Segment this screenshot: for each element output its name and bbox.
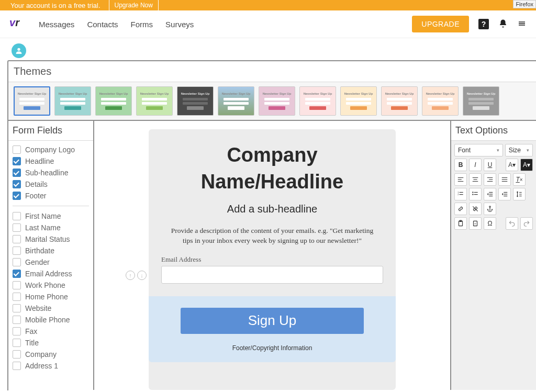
checkbox[interactable] bbox=[13, 327, 21, 335]
help-icon[interactable]: ? bbox=[478, 19, 489, 29]
preview-email-input[interactable] bbox=[161, 266, 383, 284]
field-item[interactable]: Birthdate bbox=[13, 245, 89, 256]
field-item[interactable]: Title bbox=[13, 337, 89, 349]
field-item[interactable]: Footer bbox=[13, 190, 89, 201]
bg-color-button[interactable]: A▾ bbox=[520, 159, 533, 171]
checkbox[interactable] bbox=[13, 247, 21, 255]
clear-format-button[interactable]: T× bbox=[513, 173, 526, 186]
special-char-button[interactable]: Ω bbox=[484, 217, 496, 230]
checkbox[interactable] bbox=[13, 258, 21, 266]
text-color-button[interactable]: A▾ bbox=[506, 159, 518, 171]
unlink-button[interactable] bbox=[469, 203, 482, 215]
theme-thumb-10[interactable]: Newsletter Sign Up bbox=[381, 86, 418, 116]
form-fields-panel: Form Fields Company LogoHeadlineSub-head… bbox=[8, 121, 94, 390]
paste-text-button[interactable]: T bbox=[469, 217, 482, 230]
italic-button[interactable]: I bbox=[469, 159, 482, 171]
theme-thumb-12[interactable]: Newsletter Sign Up bbox=[463, 86, 499, 116]
preview-signup-button[interactable]: Sign Up bbox=[181, 308, 364, 334]
checkbox[interactable] bbox=[13, 304, 21, 312]
theme-thumb-8[interactable]: Newsletter Sign Up bbox=[299, 86, 336, 116]
field-item[interactable]: Last Name bbox=[13, 222, 89, 233]
paste-button[interactable] bbox=[454, 217, 467, 230]
checkbox[interactable] bbox=[13, 180, 21, 188]
checkbox[interactable] bbox=[13, 192, 21, 200]
align-left-button[interactable] bbox=[454, 173, 467, 186]
checkbox[interactable] bbox=[13, 145, 21, 154]
link-button[interactable] bbox=[454, 203, 467, 215]
field-item[interactable]: Website bbox=[13, 303, 89, 314]
field-item[interactable]: Sub-headline bbox=[13, 167, 89, 178]
checkbox[interactable] bbox=[13, 157, 21, 165]
nav-messages[interactable]: Messages bbox=[39, 20, 74, 29]
undo-button[interactable] bbox=[506, 217, 518, 230]
upgrade-button[interactable]: UPGRADE bbox=[412, 16, 469, 32]
field-item[interactable]: Details bbox=[13, 178, 89, 190]
theme-thumb-7[interactable]: Newsletter Sign Up bbox=[259, 86, 295, 116]
font-select[interactable]: Font bbox=[454, 144, 503, 156]
field-item[interactable]: Home Phone bbox=[13, 291, 89, 303]
preview-footer-text[interactable]: Footer/Copyright Information bbox=[161, 344, 383, 352]
field-item[interactable]: Mobile Phone bbox=[13, 314, 89, 326]
logo[interactable]: vr bbox=[9, 17, 24, 31]
size-select[interactable]: Size bbox=[505, 144, 533, 156]
field-item[interactable]: Marital Status bbox=[13, 233, 89, 245]
checkbox[interactable] bbox=[13, 316, 21, 324]
move-up-handle[interactable]: ↑ bbox=[126, 271, 135, 280]
theme-thumb-3[interactable]: Newsletter Sign Up bbox=[95, 86, 132, 116]
align-right-button[interactable] bbox=[484, 173, 496, 186]
move-down-handle[interactable]: ↓ bbox=[137, 271, 147, 280]
checkbox[interactable] bbox=[13, 339, 21, 347]
preview-details[interactable]: Provide a description of the content of … bbox=[165, 226, 379, 246]
theme-thumb-2[interactable]: Newsletter Sign Up bbox=[54, 86, 91, 116]
checkbox[interactable] bbox=[13, 169, 21, 177]
outdent-button[interactable] bbox=[484, 188, 496, 200]
field-item[interactable]: Company Logo bbox=[13, 144, 89, 155]
align-justify-button[interactable] bbox=[498, 173, 511, 186]
checkbox[interactable] bbox=[13, 350, 21, 359]
avatar[interactable] bbox=[12, 43, 26, 58]
checkbox[interactable] bbox=[13, 362, 21, 370]
checkbox[interactable] bbox=[13, 293, 21, 301]
checkbox[interactable] bbox=[13, 223, 21, 232]
field-label: Birthdate bbox=[25, 247, 54, 255]
notifications-icon[interactable] bbox=[498, 19, 508, 30]
theme-thumb-11[interactable]: Newsletter Sign Up bbox=[422, 86, 459, 116]
upgrade-now-button[interactable]: Upgrade Now bbox=[109, 0, 159, 10]
indent-button[interactable] bbox=[498, 188, 511, 200]
field-item[interactable]: Email Address bbox=[13, 268, 89, 279]
svg-text:T: T bbox=[474, 222, 476, 226]
line-height-button[interactable] bbox=[513, 188, 526, 200]
field-item[interactable]: Address 1 bbox=[13, 360, 89, 372]
field-item[interactable]: Fax bbox=[13, 326, 89, 337]
theme-thumb-9[interactable]: Newsletter Sign Up bbox=[340, 86, 377, 116]
form-preview[interactable]: ↑ ↓ Company Name/Headline Add a sub-head… bbox=[149, 129, 396, 390]
checkbox[interactable] bbox=[13, 270, 21, 278]
anchor-button[interactable] bbox=[484, 203, 496, 215]
checkbox[interactable] bbox=[13, 212, 21, 220]
checkbox[interactable] bbox=[13, 281, 21, 289]
field-item[interactable]: Gender bbox=[13, 256, 89, 268]
preview-headline[interactable]: Company Name/Headline bbox=[161, 142, 383, 196]
field-item[interactable]: Company bbox=[13, 349, 89, 360]
theme-thumb-6[interactable]: Newsletter Sign Up bbox=[218, 86, 254, 116]
preview-subheadline[interactable]: Add a sub-headline bbox=[161, 203, 383, 215]
field-item[interactable]: First Name bbox=[13, 210, 89, 222]
field-item[interactable]: Work Phone bbox=[13, 279, 89, 291]
align-center-button[interactable] bbox=[469, 173, 482, 186]
theme-thumb-1[interactable]: Newsletter Sign Up bbox=[14, 86, 50, 116]
bold-button[interactable]: B bbox=[454, 159, 467, 171]
unordered-list-button[interactable] bbox=[469, 188, 482, 200]
settings-icon[interactable] bbox=[517, 19, 527, 30]
nav-contacts[interactable]: Contacts bbox=[87, 20, 118, 29]
ordered-list-button[interactable]: 12 bbox=[454, 188, 467, 200]
checkbox[interactable] bbox=[13, 235, 21, 243]
field-label: Last Name bbox=[25, 223, 61, 232]
redo-button[interactable] bbox=[520, 217, 533, 230]
theme-thumb-5[interactable]: Newsletter Sign Up bbox=[177, 86, 214, 116]
field-label: Title bbox=[25, 339, 39, 347]
underline-button[interactable]: U bbox=[484, 159, 496, 171]
theme-thumb-4[interactable]: Newsletter Sign Up bbox=[136, 86, 173, 116]
field-item[interactable]: Headline bbox=[13, 155, 89, 167]
nav-forms[interactable]: Forms bbox=[131, 20, 153, 29]
nav-surveys[interactable]: Surveys bbox=[165, 20, 194, 29]
